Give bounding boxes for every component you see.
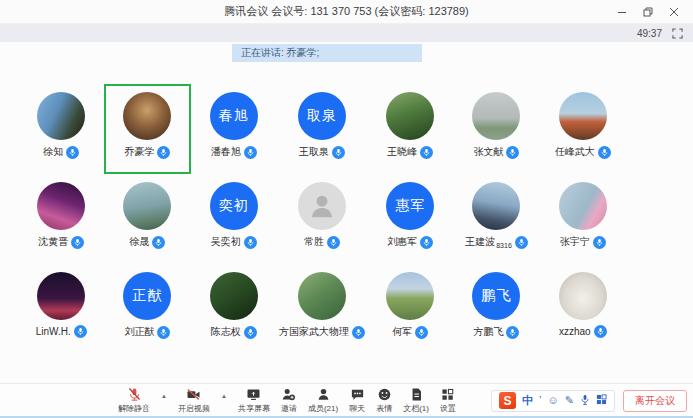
- mic-icon[interactable]: [352, 326, 365, 339]
- participant-tile[interactable]: 惠军刘惠军: [367, 174, 453, 264]
- participant-name: 常胜: [304, 235, 324, 249]
- participant-tile[interactable]: 张宇宁: [540, 174, 626, 264]
- participant-name-row: 张文献: [473, 145, 519, 159]
- ime-keyboard-icon[interactable]: [596, 394, 607, 407]
- participant-tile[interactable]: 乔豪学: [104, 84, 190, 174]
- participant-name-row: 沈黄晋: [38, 235, 84, 249]
- default-avatar: [298, 182, 346, 230]
- ime-pencil-icon[interactable]: ✎: [565, 395, 574, 406]
- participant-tile[interactable]: 正猷刘正猷: [104, 264, 190, 354]
- participant-name-row: 王取泉: [299, 145, 345, 159]
- participant-name-row: 徐晟: [129, 235, 165, 249]
- meeting-window: 腾讯会议 会议号: 131 370 753 (会议密码: 123789) 49:…: [0, 0, 693, 418]
- mic-icon[interactable]: [415, 326, 428, 339]
- participant-name: 刘正猷: [124, 325, 154, 339]
- participant-name: 王晓峰: [387, 145, 417, 159]
- toolbar-button-invite[interactable]: 邀请: [281, 387, 297, 414]
- participant-name: 吴奕初: [211, 235, 241, 249]
- participant-name-row: 方国家武大物理: [279, 325, 365, 339]
- mic-icon[interactable]: [157, 146, 170, 159]
- participant-name: 任峰武大: [555, 145, 595, 159]
- toolbar-button-label: 开启视频: [178, 403, 210, 414]
- fullscreen-icon[interactable]: [672, 28, 683, 39]
- participant-name: 方国家武大物理: [279, 325, 349, 339]
- mic-icon[interactable]: [152, 236, 165, 249]
- mic-icon[interactable]: [506, 146, 519, 159]
- ime-emoji-icon[interactable]: ☺: [548, 395, 559, 406]
- mic-icon[interactable]: [157, 326, 170, 339]
- participant-tile[interactable]: 徐晟: [104, 174, 190, 264]
- ime-mode-toggle[interactable]: 中: [522, 395, 533, 406]
- toolbar-button-settings[interactable]: 设置: [440, 387, 456, 414]
- participant-tile[interactable]: 沈黄晋: [18, 174, 104, 264]
- avatar: [386, 272, 434, 320]
- participant-tile[interactable]: 陈志权: [191, 264, 277, 354]
- participant-name: 张文献: [473, 145, 503, 159]
- participant-tile[interactable]: 王晓峰: [367, 84, 453, 174]
- participant-name: 沈黄晋: [38, 235, 68, 249]
- avatar: [298, 272, 346, 320]
- participant-tile[interactable]: 鹏飞方鹏飞: [453, 264, 539, 354]
- mic-icon[interactable]: [420, 236, 433, 249]
- ime-phrase-icon[interactable]: ’: [539, 395, 541, 406]
- avatar: [123, 92, 171, 140]
- ime-voice-icon[interactable]: [580, 394, 590, 408]
- participant-name-row: 徐知: [43, 145, 79, 159]
- avatar: [123, 182, 171, 230]
- toolbar-items: 解除静音▲开启视频▲共享屏幕邀请成员(21)聊天表情文档(1)设置: [118, 387, 456, 414]
- participant-tile[interactable]: 王建波8316: [453, 174, 539, 264]
- restore-button[interactable]: [635, 0, 661, 24]
- mic-icon[interactable]: [71, 236, 84, 249]
- invite-icon: [281, 387, 296, 402]
- participant-name-row: 王晓峰: [387, 145, 433, 159]
- participant-tile[interactable]: 任峰武大: [540, 84, 626, 174]
- participant-tile[interactable]: 方国家武大物理: [277, 264, 367, 354]
- toolbar-button-label: 文档(1): [403, 403, 429, 414]
- settings-icon: [440, 387, 455, 402]
- participant-tile[interactable]: 取泉王取泉: [277, 84, 367, 174]
- mic-icon[interactable]: [593, 236, 606, 249]
- mic-icon[interactable]: [66, 146, 79, 159]
- participant-tile[interactable]: 张文献: [453, 84, 539, 174]
- mic-icon[interactable]: [515, 236, 528, 249]
- toolbar-button-chat[interactable]: 聊天: [349, 387, 365, 414]
- participant-name-row: 何军: [392, 325, 428, 339]
- mic-icon[interactable]: [244, 236, 257, 249]
- toolbar-button-mic-muted[interactable]: 解除静音: [118, 387, 150, 414]
- avatar: [559, 92, 607, 140]
- participant-tile[interactable]: 奕初吴奕初: [191, 174, 277, 264]
- toolbar-button-emoji[interactable]: 表情: [376, 387, 392, 414]
- toolbar-button-document[interactable]: 文档(1): [403, 387, 429, 414]
- window-title: 腾讯会议 会议号: 131 370 753 (会议密码: 123789): [224, 4, 469, 19]
- close-button[interactable]: [661, 0, 687, 24]
- mic-icon[interactable]: [244, 326, 257, 339]
- mic-icon[interactable]: [74, 325, 87, 338]
- leave-meeting-button[interactable]: 离开会议: [623, 390, 687, 412]
- avatar: 春旭: [210, 92, 258, 140]
- participant-tile[interactable]: LinW.H.: [18, 264, 104, 354]
- sogou-logo-icon[interactable]: S: [499, 392, 516, 409]
- participant-tile[interactable]: 徐知: [18, 84, 104, 174]
- participant-tile[interactable]: 何军: [367, 264, 453, 354]
- participant-name-row: 王建波8316: [465, 235, 528, 249]
- caret-up-icon[interactable]: ▲: [161, 393, 167, 399]
- mic-icon[interactable]: [598, 146, 611, 159]
- toolbar-button-members[interactable]: 成员(21): [308, 387, 338, 414]
- toolbar-button-screen-share[interactable]: 共享屏幕: [238, 387, 270, 414]
- toolbar-button-camera-off[interactable]: 开启视频: [178, 387, 210, 414]
- participant-tile[interactable]: 春旭潘春旭: [191, 84, 277, 174]
- participant-name-row: LinW.H.: [36, 325, 87, 338]
- participant-name: 陈志权: [211, 325, 241, 339]
- mic-icon[interactable]: [420, 146, 433, 159]
- caret-up-icon[interactable]: ▲: [221, 393, 227, 399]
- minimize-button[interactable]: [609, 0, 635, 24]
- toolbar-button-label: 成员(21): [308, 403, 338, 414]
- participant-tile[interactable]: xzzhao: [540, 264, 626, 354]
- mic-icon[interactable]: [244, 146, 257, 159]
- mic-icon[interactable]: [594, 325, 607, 338]
- mic-icon[interactable]: [506, 326, 519, 339]
- mic-icon[interactable]: [332, 146, 345, 159]
- document-icon: [409, 387, 424, 402]
- participant-tile[interactable]: 常胜: [277, 174, 367, 264]
- mic-icon[interactable]: [327, 236, 340, 249]
